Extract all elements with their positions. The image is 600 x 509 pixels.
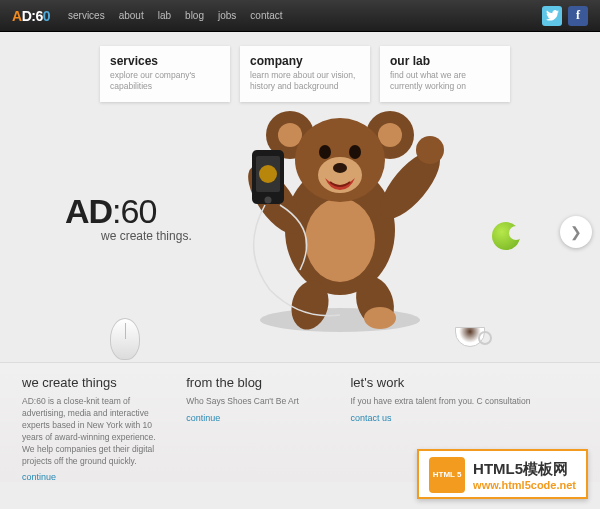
svg-point-9: [319, 145, 331, 159]
col-blog: from the blog Who Says Shoes Can't Be Ar…: [186, 375, 328, 482]
nav-blog[interactable]: blog: [185, 10, 204, 21]
next-slide-button[interactable]: ❯: [560, 216, 592, 248]
watermark-title: HTML5模板网: [473, 460, 576, 479]
primary-nav: services about lab blog jobs contact: [68, 10, 297, 21]
continue-link[interactable]: continue: [186, 413, 220, 423]
apple-icon: [492, 222, 520, 250]
nav-about[interactable]: about: [119, 10, 144, 21]
col-title: we create things: [22, 375, 164, 390]
html5-badge-icon: HTML 5: [429, 457, 465, 493]
brand-name: AD:60: [65, 192, 192, 231]
col-body: If you have extra talent from you. C con…: [350, 396, 578, 408]
twitter-icon[interactable]: [542, 6, 562, 26]
svg-point-11: [333, 163, 347, 173]
svg-point-3: [278, 123, 302, 147]
col-body: Who Says Shoes Can't Be Art: [186, 396, 328, 408]
facebook-icon[interactable]: f: [568, 6, 588, 26]
card-title: services: [110, 54, 220, 68]
nav-jobs[interactable]: jobs: [218, 10, 236, 21]
site-logo[interactable]: AD:60: [12, 8, 50, 24]
continue-link[interactable]: continue: [22, 472, 56, 482]
brand-mark: AD:60 we create things.: [65, 192, 192, 243]
svg-point-21: [265, 197, 272, 204]
svg-point-6: [305, 198, 375, 282]
col-title: from the blog: [186, 375, 328, 390]
card-title: our lab: [390, 54, 500, 68]
card-desc: find out what we are currently working o…: [390, 70, 500, 92]
brand-tagline: we create things.: [101, 229, 192, 243]
svg-point-4: [378, 123, 402, 147]
card-desc: explore our company's capabilities: [110, 70, 220, 92]
col-body: AD:60 is a close-knit team of advertisin…: [22, 396, 164, 467]
contact-link[interactable]: contact us: [350, 413, 391, 423]
hero-illustration: [230, 90, 450, 340]
watermark-overlay: HTML 5 HTML5模板网 www.html5code.net: [417, 449, 588, 499]
social-links: f: [542, 6, 588, 26]
watermark-url: www.html5code.net: [473, 479, 576, 491]
svg-point-17: [364, 307, 396, 329]
coffee-cup-icon: [455, 327, 485, 347]
mouse-icon: [110, 318, 140, 360]
svg-point-0: [260, 308, 420, 332]
card-desc: learn more about our vision, history and…: [250, 70, 360, 92]
col-title: let's work: [350, 375, 578, 390]
top-nav-bar: AD:60 services about lab blog jobs conta…: [0, 0, 600, 32]
col-create: we create things AD:60 is a close-knit t…: [22, 375, 164, 482]
nav-lab[interactable]: lab: [158, 10, 171, 21]
nav-contact[interactable]: contact: [250, 10, 282, 21]
hero-section: AD:60 we create things.: [0, 102, 600, 362]
svg-point-20: [259, 165, 277, 183]
svg-point-10: [349, 145, 361, 159]
card-title: company: [250, 54, 360, 68]
card-services[interactable]: services explore our company's capabilit…: [100, 46, 230, 102]
nav-services[interactable]: services: [68, 10, 105, 21]
svg-point-14: [416, 136, 444, 164]
